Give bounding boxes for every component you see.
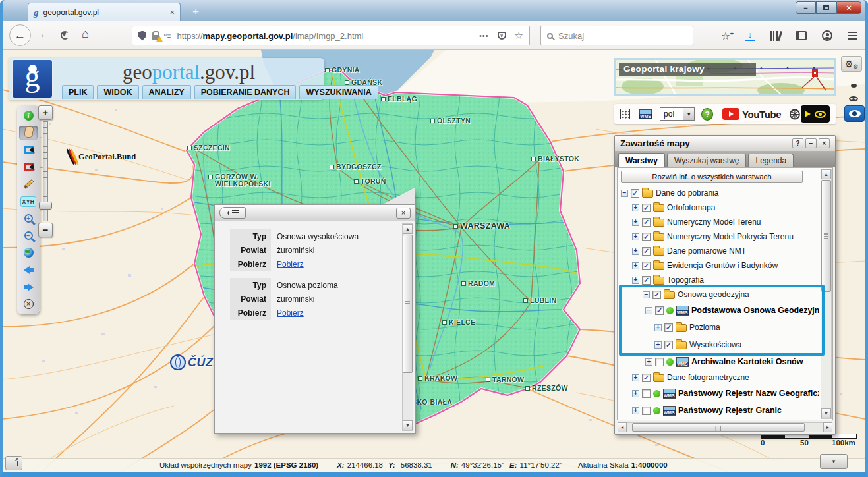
tool-draw-button[interactable] [19,177,38,191]
expand-icon[interactable]: + [632,277,639,284]
permissions-icon[interactable]: º≡ [164,32,172,40]
layer-label[interactable]: Dane fotogrametryczne [667,373,749,382]
layer-label[interactable]: Dane do pobrania [656,188,718,198]
layer-label[interactable]: Numeryczny Model Pokrycia Terenu [667,232,794,241]
tree-hscrollbar[interactable]: ◄ ► [618,422,832,433]
tree-scroll-up-icon[interactable]: ▲ [821,169,831,179]
layer-checkbox[interactable]: ✓ [642,276,651,285]
tab-warstwy[interactable]: Warstwy [618,153,665,167]
popup-back-button[interactable]: ‹ [219,207,246,219]
tool-full-extent-button[interactable] [19,246,38,260]
expand-icon[interactable]: + [632,233,639,240]
new-tab-button[interactable]: + [187,5,204,19]
layer-checkbox[interactable] [642,407,651,415]
pocket-icon[interactable]: ∨ [498,32,506,40]
layer-label[interactable]: Państwowy Rejestr Granic [678,406,782,415]
popup-close-button[interactable]: × [396,208,411,219]
expand-icon[interactable]: + [632,262,639,269]
restore-view-button[interactable] [5,456,22,470]
help-button[interactable]: ? [701,108,713,121]
sidebar-icon[interactable] [796,31,807,40]
language-dropdown-button[interactable]: ▼ [683,107,695,121]
tool-previous-view-button[interactable] [19,263,38,277]
browser-tab[interactable]: g geoportal.gov.pl × [28,3,181,21]
layer-checkbox[interactable]: ✓ [631,189,639,198]
layer-label[interactable]: Pozioma [689,323,720,332]
basemap-dropdown-button[interactable]: ▼ [820,454,848,469]
layer-label[interactable]: Archiwalne Kartoteki Osnów [691,357,803,366]
tab-legenda[interactable]: Legenda [748,154,794,167]
layer-label[interactable]: Podstawowa Osnowa Geodezyjna [691,306,819,315]
scroll-down-icon[interactable]: ▼ [403,420,413,430]
collapse-icon[interactable]: − [645,307,652,314]
panel-help-button[interactable]: ? [792,138,803,148]
tree-scroll-down-icon[interactable]: ▼ [821,408,831,418]
expand-icon[interactable]: + [632,204,639,211]
expand-icon[interactable]: + [632,374,639,381]
layer-label[interactable]: Ortofotomapa [667,203,715,212]
zoom-slider-handle[interactable] [39,202,52,210]
expand-all-button[interactable]: Rozwiń inf. o wszystkich warstwach [621,171,803,183]
layer-checkbox[interactable]: ✓ [655,306,664,315]
popup-scrollbar[interactable]: ▲ ▼ [402,223,413,431]
tracking-shield-icon[interactable] [138,31,146,41]
library-icon[interactable] [770,31,780,41]
tool-zoom-in-button[interactable]: + [19,211,38,225]
layer-checkbox[interactable]: ✓ [642,247,651,256]
transparency-eye-active-button[interactable] [844,105,865,122]
account-icon[interactable] [822,30,832,41]
maximize-button[interactable] [816,1,836,14]
expand-icon[interactable]: + [632,248,639,255]
geoportal-logo[interactable]: g [12,59,53,98]
url-bar[interactable]: º≡ https://mapy.geoportal.gov.pl/imap/Im… [132,26,530,45]
expand-icon[interactable]: + [645,358,652,366]
overview-map[interactable]: Geoportal krajowy [614,58,836,96]
layer-checkbox[interactable]: ✓ [664,341,673,349]
transparency-eye-medium[interactable] [849,96,858,101]
scroll-up-icon[interactable]: ▲ [403,224,413,234]
menu-item-wyszukiwania[interactable]: WYSZUKIWANIA [299,85,378,99]
tree-vscrollbar[interactable]: ▲ ▼ [821,169,832,419]
settings-gear-button[interactable]: ⚙⚙ [841,56,862,72]
layer-checkbox[interactable] [642,389,651,398]
tool-info-button[interactable]: i [19,109,38,123]
wheel-icon[interactable] [789,108,801,121]
menu-item-pobieranie-danych[interactable]: POBIERANIE DANYCH [194,85,297,99]
layer-checkbox[interactable]: ✓ [642,233,651,241]
tree-hscroll-thumb[interactable] [632,423,805,432]
panel-minimize-button[interactable]: − [805,138,817,148]
zoom-slider-minus-button[interactable]: − [38,223,53,237]
layer-checkbox[interactable]: ✓ [652,291,661,299]
youtube-link[interactable]: YouTube [722,108,781,120]
panel-close-button[interactable]: × [819,138,830,148]
home-button[interactable]: ⌂ [82,27,89,41]
menu-item-analizy[interactable]: ANALIZY [142,85,191,99]
reload-button[interactable] [61,31,69,40]
layer-label[interactable]: Ewidencja Gruntów i Budynków [667,261,778,270]
close-button[interactable]: × [836,1,861,14]
tab-close-icon[interactable]: × [169,7,175,17]
transparency-eye-small[interactable] [851,84,857,88]
forward-button[interactable]: → [36,28,46,40]
tool-next-view-button[interactable] [19,280,38,294]
save-to-pocket-icon[interactable]: ☆+ [721,30,730,42]
layer-label[interactable]: Numeryczny Model Terenu [667,217,761,227]
layer-checkbox[interactable] [655,358,664,366]
tool-coordinates-button[interactable]: XYH [19,194,38,208]
url-text[interactable]: https://mapy.geoportal.gov.pl/imap/Imgp_… [177,31,364,41]
tool-deselect-area-button[interactable] [19,160,38,174]
tool-zoom-out-button[interactable]: − [19,229,38,242]
menu-item-plik[interactable]: PLIK [62,85,94,99]
expand-icon[interactable]: + [654,324,662,331]
tree-hscroll-track[interactable] [627,422,823,432]
tree-scroll-left-icon[interactable]: ◄ [618,422,627,432]
tree-scroll-thumb[interactable] [821,180,831,292]
expand-icon[interactable]: + [632,407,639,414]
tool-select-area-button[interactable] [19,143,38,157]
menu-item-widok[interactable]: WIDOK [97,85,138,99]
back-button[interactable]: ← [9,24,31,46]
contrast-toggle[interactable] [801,105,830,123]
expand-icon[interactable]: + [632,390,639,397]
wms-tool-icon[interactable]: WMS [639,109,652,119]
layer-label[interactable]: Państwowy Rejestr Nazw Geograficznych [678,389,819,398]
